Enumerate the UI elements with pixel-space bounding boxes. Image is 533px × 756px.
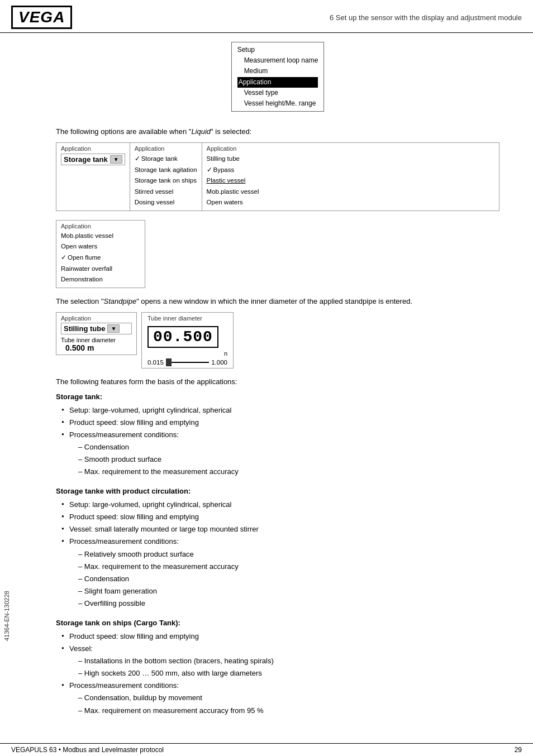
features-intro: The following features form the basis of…	[56, 377, 499, 386]
app-panel3-title: Application	[207, 145, 265, 152]
footer-left: VEGAPULS 63 • Modbus and Levelmaster pro…	[11, 746, 164, 754]
circ-cond-smooth: Relatively smooth product surface	[78, 548, 499, 561]
app-panel-list1: Application Storage tank Storage tank ag…	[130, 143, 202, 210]
page-footer: VEGAPULS 63 • Modbus and Levelmaster pro…	[0, 743, 533, 756]
storage-tank-list: Setup: large-volumed, upright cylindrica…	[56, 404, 499, 479]
cargo-tank-list: Product speed: slow filling and emptying…	[56, 630, 499, 717]
cargo-vessel-installations: Installations in the bottom section (bra…	[78, 655, 499, 667]
circ-setup: Setup: large-volumed, upright cylindrica…	[61, 499, 499, 511]
app-panel-small-list: Mob.plastic vessel Open waters Open flum…	[61, 231, 140, 285]
list-item-stilling-tube[interactable]: Stilling tube	[207, 154, 265, 165]
vega-logo: VEGA	[11, 6, 72, 29]
tube-diameter-title: Tube inner diameter	[147, 315, 227, 322]
app-panel-list2: Application Stilling tube Bypass Plastic…	[202, 143, 269, 210]
tube-inner-label: Tube inner diameter	[61, 337, 132, 343]
menu-item-application-highlighted: Application	[237, 77, 318, 88]
list-item-dosing-vessel[interactable]: Dosing vessel	[135, 197, 197, 208]
list-item-open-waters2[interactable]: Open waters	[61, 241, 140, 252]
storage-cond-smooth: Smooth product surface	[78, 453, 499, 466]
cargo-vessel-sockets: High sockets 200 … 500 mm, also with lar…	[78, 667, 499, 680]
standpipe-intro: The selection "Standpipe" opens a new wi…	[56, 297, 499, 305]
tube-slider-row: 0.015 1.000	[147, 359, 227, 366]
circ-speed: Product speed: slow filling and emptying	[61, 511, 499, 523]
circ-vessel: Vessel: small laterally mounted or large…	[61, 523, 499, 535]
cargo-vessel-sub: Installations in the bottom section (bra…	[69, 655, 499, 680]
storage-conditions: Process/measurement conditions: Condensa…	[61, 429, 499, 478]
list-item-rainwater[interactable]: Rainwater overfall	[61, 264, 140, 275]
storage-cond-accuracy: Max. requirement to the measurement accu…	[78, 466, 499, 478]
list-item-stirred-vessel[interactable]: Stirred vessel	[135, 186, 197, 198]
tube-diameter-big-value: 00.500	[147, 326, 218, 348]
dropdown-arrow[interactable]: ▼	[110, 155, 122, 164]
list-item-storage-ships[interactable]: Storage tank on ships	[135, 175, 197, 186]
app-panel-small-title: Application	[61, 223, 140, 229]
liquid-intro: The following options are available when…	[56, 127, 499, 136]
cargo-conditions: Process/measurement conditions: Condensa…	[61, 680, 499, 716]
circ-cond-overfilling: Overfilling possible	[78, 597, 499, 610]
storage-tank-heading: Storage tank:	[56, 393, 499, 401]
list-item-mob-plastic2[interactable]: Mob.plastic vessel	[61, 231, 140, 242]
chapter-title: 6 Set up the sensor with the display and…	[330, 13, 522, 22]
tube-inner-value: 0.500 m	[61, 343, 132, 352]
circ-conditions-sub: Relatively smooth product surface Max. r…	[69, 548, 499, 610]
standpipe-panel-title: Application	[61, 315, 132, 322]
circ-cond-accuracy: Max. requirement to the measurement accu…	[78, 561, 499, 573]
storage-tank-circ-section: Storage tanke with product circulation: …	[56, 487, 499, 610]
standpipe-value: Stilling tube	[64, 324, 105, 333]
cargo-cond-condensation: Condensation, buildup by movement	[78, 692, 499, 704]
cargo-tank-section: Storage tank on ships (Cargo Tank): Prod…	[56, 619, 499, 717]
menu-item-measurement: Measurement loop name	[237, 56, 318, 64]
cargo-vessel: Vessel: Installations in the bottom sect…	[61, 643, 499, 680]
list-item-storage-tank[interactable]: Storage tank	[135, 154, 197, 165]
cargo-cond-accuracy: Max. requirement on measurement accuracy…	[78, 705, 499, 717]
app-panel-small: Application Mob.plastic vessel Open wate…	[56, 220, 145, 288]
list-item-open-flume[interactable]: Open flume	[61, 252, 140, 264]
list-item-open-waters[interactable]: Open waters	[207, 197, 265, 208]
document-id: 41364-EN-130228	[3, 591, 10, 641]
menu-item-setup: Setup	[237, 46, 255, 54]
storage-tank-circ-list: Setup: large-volumed, upright cylindrica…	[56, 499, 499, 610]
list-item-storage-agitation[interactable]: Storage tank agitation	[135, 165, 197, 176]
app-panels-row1: Application Storage tank ▼ Application S…	[56, 142, 499, 211]
menu-item-vessel-height: Vessel height/Me. range	[237, 99, 316, 107]
storage-cond-condensation: Condensation	[78, 441, 499, 453]
slider-track[interactable]	[166, 362, 209, 363]
standpipe-left-panel: Application Stilling tube ▼ Tube inner d…	[56, 312, 137, 355]
slider-thumb[interactable]	[166, 358, 172, 366]
list-item-plastic-vessel[interactable]: Plastic vessel	[207, 175, 265, 186]
setup-menu-box: Setup Measurement loop name Medium Appli…	[231, 42, 325, 112]
menu-item-medium: Medium	[237, 67, 268, 75]
cargo-tank-heading: Storage tank on ships (Cargo Tank):	[56, 619, 499, 627]
storage-conditions-sub: Condensation Smooth product surface Max.…	[69, 441, 499, 478]
tube-diameter-unit: n	[147, 350, 227, 357]
page-header: VEGA 6 Set up the sensor with the displa…	[0, 0, 533, 33]
cargo-conditions-sub: Condensation, buildup by movement Max. r…	[69, 692, 499, 716]
list-item-bypass[interactable]: Bypass	[207, 165, 265, 176]
cargo-speed: Product speed: slow filling and emptying	[61, 630, 499, 643]
slider-max: 1.000	[211, 359, 227, 366]
circ-cond-foam: Slight foam generation	[78, 585, 499, 597]
app-panel3-list: Stilling tube Bypass Plastic vessel Mob.…	[207, 154, 265, 208]
storage-tank-section: Storage tank: Setup: large-volumed, upri…	[56, 393, 499, 479]
circ-conditions: Process/measurement conditions: Relative…	[61, 535, 499, 610]
storage-speed: Product speed: slow filling and emptying	[61, 417, 499, 429]
list-item-demonstration[interactable]: Demonstration	[61, 274, 140, 285]
main-content: Setup Measurement loop name Medium Appli…	[0, 33, 533, 735]
storage-tank-circ-heading: Storage tanke with product circulation:	[56, 487, 499, 495]
app-panel1-selected[interactable]: Storage tank ▼	[61, 154, 125, 165]
app-panel2-title: Application	[135, 145, 197, 152]
standpipe-selected[interactable]: Stilling tube ▼	[61, 323, 132, 334]
storage-setup: Setup: large-volumed, upright cylindrica…	[61, 404, 499, 417]
footer-right: 29	[515, 746, 522, 754]
app-panel-dropdown: Application Storage tank ▼	[56, 143, 130, 210]
standpipe-dropdown-arrow[interactable]: ▼	[107, 324, 120, 333]
list-item-mob-plastic[interactable]: Mob.plastic vessel	[207, 186, 265, 198]
app-panel1-title: Application	[61, 145, 125, 152]
standpipe-right-panel: Tube inner diameter 00.500 n 0.015 1.000	[141, 312, 234, 369]
circ-cond-condensation: Condensation	[78, 573, 499, 585]
app-panel2-list: Storage tank Storage tank agitation Stor…	[135, 154, 197, 208]
slider-min: 0.015	[147, 359, 164, 366]
standpipe-panels: Application Stilling tube ▼ Tube inner d…	[56, 312, 499, 369]
menu-item-vessel-type: Vessel type	[237, 89, 278, 97]
app-panel1-value: Storage tank	[64, 155, 108, 164]
